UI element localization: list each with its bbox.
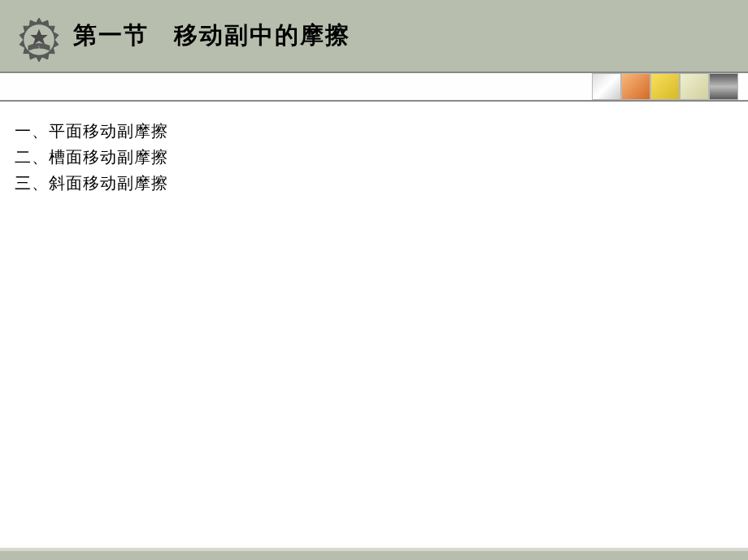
divider-row [0, 72, 748, 102]
bullet-item-3: 三、斜面移动副摩擦 [15, 170, 733, 196]
thumbnail-2 [621, 73, 650, 100]
bullet-item-1: 一、平面移动副摩擦 [15, 118, 733, 144]
thumbnail-4 [680, 73, 709, 100]
gear-badge-icon [15, 15, 63, 64]
thumbnail-3 [650, 73, 680, 100]
thumbnail-strip [592, 73, 738, 100]
thumbnail-1 [592, 73, 621, 100]
slide-title: 第一节 移动副中的摩擦 [73, 20, 350, 52]
content-area: 一、平面移动副摩擦 二、槽面移动副摩擦 三、斜面移动副摩擦 [0, 102, 748, 212]
slide-header: 第一节 移动副中的摩擦 [0, 0, 748, 72]
bullet-list: 一、平面移动副摩擦 二、槽面移动副摩擦 三、斜面移动副摩擦 [15, 118, 733, 196]
footer-bar [0, 550, 748, 560]
bullet-item-2: 二、槽面移动副摩擦 [15, 144, 733, 170]
thumbnail-5 [709, 73, 738, 100]
